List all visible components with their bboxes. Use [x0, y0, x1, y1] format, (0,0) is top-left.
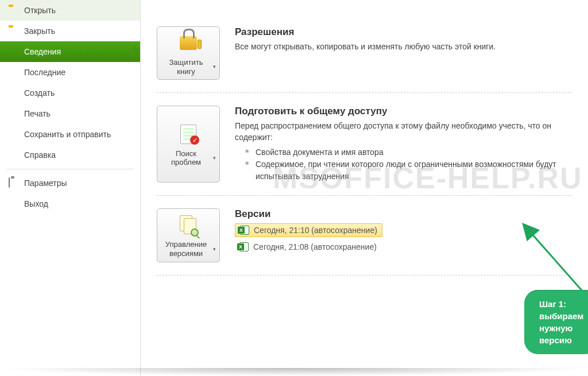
sidebar-item-label: Справка	[24, 150, 56, 160]
prepare-bullet: Содержимое, при чтении которого люди с о…	[245, 158, 572, 183]
versions-title: Версии	[235, 208, 572, 220]
sidebar-item-label: Параметры	[24, 179, 67, 188]
excel-icon	[239, 242, 249, 251]
prepare-desc: Перед распространением общего доступа к …	[235, 121, 572, 143]
protect-workbook-button[interactable]: Защитить книгу ▾	[157, 26, 220, 80]
chevron-down-icon: ▾	[213, 246, 216, 253]
sidebar-item-save-send[interactable]: Сохранить и отправить	[0, 124, 140, 145]
version-item[interactable]: Сегодня, 21:08 (автосохранение)	[235, 241, 381, 253]
chevron-down-icon: ▾	[213, 155, 216, 161]
callout-line1: Шаг 1:	[539, 298, 583, 310]
sidebar-item-help[interactable]: Справка	[0, 145, 140, 165]
sidebar-item-new[interactable]: Создать	[0, 83, 140, 103]
exit-icon	[9, 199, 19, 209]
lock-key-icon	[177, 32, 200, 55]
sidebar-item-print[interactable]: Печать	[0, 103, 140, 124]
check-issues-button[interactable]: Поиск проблем ▾	[157, 106, 220, 183]
backstage-sidebar: Открыть Закрыть Сведения Последние Созда…	[0, 0, 141, 376]
version-label: Сегодня, 21:08 (автосохранение)	[253, 242, 377, 251]
sidebar-item-info[interactable]: Сведения	[0, 41, 140, 62]
version-item-selected[interactable]: Сегодня, 21:10 (автосохранение)	[235, 223, 382, 237]
folder-close-icon	[9, 26, 19, 36]
check-document-icon	[177, 123, 200, 146]
sidebar-item-open[interactable]: Открыть	[0, 0, 140, 21]
sidebar-item-label: Открыть	[24, 6, 56, 15]
sidebar-item-label: Сохранить и отправить	[24, 130, 111, 139]
permissions-desc: Все могут открывать, копировать и изменя…	[235, 41, 572, 53]
prepare-title: Подготовить к общему доступу	[235, 106, 572, 117]
sidebar-item-label: Закрыть	[24, 26, 55, 36]
main-panel: Защитить книгу ▾ Разрешения Все могут от…	[141, 0, 588, 376]
version-label: Сегодня, 21:10 (автосохранение)	[254, 226, 377, 235]
callout-line2: выбираем нужную версию	[539, 310, 583, 346]
section-permissions: Защитить книгу ▾ Разрешения Все могут от…	[157, 14, 572, 93]
sidebar-item-label: Последние	[24, 68, 65, 77]
button-label: Управление версиями	[161, 240, 211, 258]
step-callout: Шаг 1: выбираем нужную версию	[524, 290, 588, 354]
bottom-shadow	[0, 368, 588, 376]
sidebar-item-label: Печать	[24, 109, 51, 118]
manage-versions-button[interactable]: Управление версиями ▾	[157, 208, 220, 262]
versions-icon	[177, 214, 200, 237]
sidebar-separator	[7, 169, 133, 169]
sidebar-item-label: Выход	[24, 199, 48, 208]
sidebar-item-label: Сведения	[24, 47, 61, 56]
section-versions: Управление версиями ▾ Версии Сегодня, 21…	[157, 196, 572, 275]
excel-icon	[240, 226, 249, 235]
permissions-title: Разрешения	[235, 26, 572, 38]
sidebar-item-recent[interactable]: Последние	[0, 62, 140, 83]
sidebar-item-exit[interactable]: Выход	[0, 193, 140, 214]
button-label: Поиск проблем	[161, 149, 211, 167]
prepare-bullet: Свойства документа и имя автора	[245, 146, 572, 158]
button-label: Защитить книгу	[161, 58, 211, 76]
sidebar-item-label: Создать	[24, 88, 55, 98]
section-prepare-share: Поиск проблем ▾ Подготовить к общему дос…	[157, 93, 572, 196]
sidebar-item-options[interactable]: Параметры	[0, 173, 140, 193]
folder-open-icon	[9, 5, 19, 15]
options-icon	[9, 178, 19, 188]
chevron-down-icon: ▾	[213, 64, 216, 70]
sidebar-item-close[interactable]: Закрыть	[0, 21, 140, 41]
